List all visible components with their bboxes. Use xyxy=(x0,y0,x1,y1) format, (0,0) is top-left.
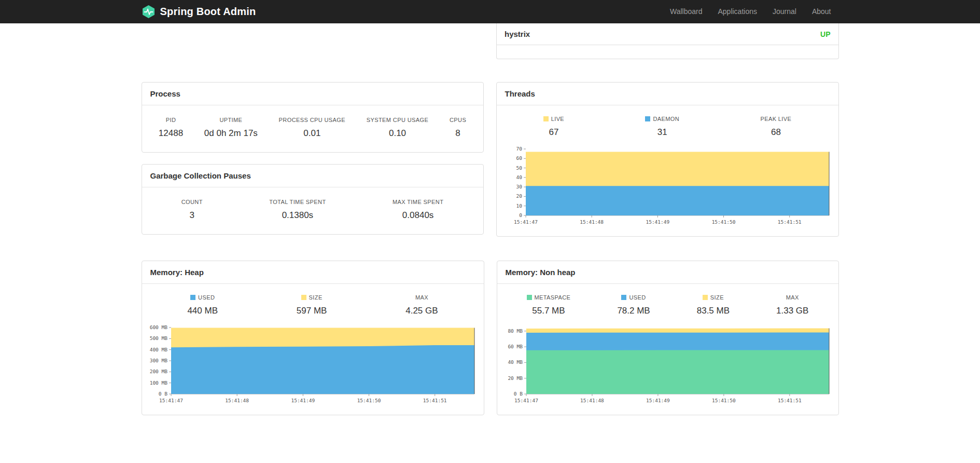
metric-value: 0.1380s xyxy=(269,210,326,221)
memory-heap-legend: USED440 MBSIZE597 MBMAX4.25 GB xyxy=(142,284,484,317)
svg-text:15:41:50: 15:41:50 xyxy=(711,219,735,225)
metric-value: 83.5 MB xyxy=(697,306,730,316)
memory-nonheap-title: Memory: Non heap xyxy=(497,261,838,284)
legend-swatch xyxy=(543,116,549,121)
metric-value: 8 xyxy=(450,128,466,139)
panel-bottom-space xyxy=(497,45,838,59)
row-memory: Memory: Heap USED440 MBSIZE597 MBMAX4.25… xyxy=(142,261,839,415)
threads-chart: 01020304050607015:41:4715:41:4815:41:491… xyxy=(501,147,830,229)
process-panel-title: Process xyxy=(142,83,483,105)
svg-text:200 MB: 200 MB xyxy=(149,369,167,374)
svg-text:15:41:51: 15:41:51 xyxy=(777,398,801,403)
nav-links: WallboardApplicationsJournalAbout xyxy=(662,0,839,23)
process-metric: CPUS8 xyxy=(450,117,466,139)
nav-link-about[interactable]: About xyxy=(804,0,839,23)
svg-text:15:41:51: 15:41:51 xyxy=(423,398,446,403)
metric-value: 67 xyxy=(543,127,564,138)
metric-value: 0.0840s xyxy=(393,210,443,221)
metric-value: 31 xyxy=(645,127,679,138)
metric-label: MAX xyxy=(776,294,808,301)
svg-text:300 MB: 300 MB xyxy=(149,358,167,363)
row-applications: hystrix UP xyxy=(142,23,839,59)
nav-link-wallboard[interactable]: Wallboard xyxy=(662,0,710,23)
legend-metric: PEAK LIVE68 xyxy=(760,116,791,138)
svg-text:40: 40 xyxy=(516,174,522,180)
metric-label: CPUS xyxy=(450,117,466,123)
row-process-threads: Process PID12488UPTIME0d 0h 2m 17sPROCES… xyxy=(142,82,839,237)
main-content: hystrix UP Process PID12488UPTIME0d 0h 2… xyxy=(136,23,844,415)
memory-heap-panel: Memory: Heap USED440 MBSIZE597 MBMAX4.25… xyxy=(142,261,484,415)
metric-value: 0.01 xyxy=(279,128,345,139)
metric-value: 12488 xyxy=(159,128,183,139)
metric-value: 78.2 MB xyxy=(617,306,650,316)
svg-text:15:41:51: 15:41:51 xyxy=(777,219,801,225)
legend-metric: MAX4.25 GB xyxy=(405,294,438,316)
metric-label: SIZE xyxy=(297,294,327,301)
metric-value: 3 xyxy=(181,210,203,221)
svg-text:10: 10 xyxy=(516,203,522,209)
memory-nonheap-legend: METASPACE55.7 MBUSED78.2 MBSIZE83.5 MBMA… xyxy=(497,284,838,317)
metric-label: LIVE xyxy=(543,116,564,122)
metric-label: DAEMON xyxy=(645,116,679,122)
brand-link[interactable]: Spring Boot Admin xyxy=(142,5,256,19)
svg-text:0: 0 xyxy=(519,212,522,218)
svg-text:400 MB: 400 MB xyxy=(149,347,167,352)
metric-label: USED xyxy=(617,294,650,301)
metric-value: 68 xyxy=(760,127,791,138)
threads-panel: Threads LIVE67DAEMON31PEAK LIVE68 010203… xyxy=(496,82,839,237)
metric-label: SIZE xyxy=(697,294,730,301)
metric-label: METASPACE xyxy=(527,294,571,301)
metric-value: 597 MB xyxy=(297,306,327,316)
metric-label: MAX xyxy=(405,294,438,301)
svg-text:500 MB: 500 MB xyxy=(149,335,167,341)
metric-label: SYSTEM CPU USAGE xyxy=(367,117,428,123)
metric-label: PROCESS CPU USAGE xyxy=(279,117,345,123)
svg-text:15:41:48: 15:41:48 xyxy=(580,219,604,225)
svg-text:15:41:50: 15:41:50 xyxy=(711,398,735,403)
brand-title: Spring Boot Admin xyxy=(160,6,256,18)
left-stack: Process PID12488UPTIME0d 0h 2m 17sPROCES… xyxy=(142,82,484,237)
svg-text:600 MB: 600 MB xyxy=(149,325,167,330)
metric-label: USED xyxy=(187,294,218,301)
application-row[interactable]: hystrix UP xyxy=(497,23,838,45)
svg-text:20 MB: 20 MB xyxy=(508,375,523,381)
memory-heap-chart: 0 B100 MB200 MB300 MB400 MB500 MB600 MB1… xyxy=(146,325,475,407)
metric-value: 0d 0h 2m 17s xyxy=(204,128,258,139)
metric-label: UPTIME xyxy=(204,117,258,123)
legend-swatch xyxy=(645,116,650,121)
metric-value: 0.10 xyxy=(367,128,428,139)
process-metric: UPTIME0d 0h 2m 17s xyxy=(204,117,258,139)
memory-nonheap-panel: Memory: Non heap METASPACE55.7 MBUSED78.… xyxy=(497,261,839,415)
svg-text:15:41:49: 15:41:49 xyxy=(291,398,315,403)
metric-label: COUNT xyxy=(181,199,203,205)
svg-text:60 MB: 60 MB xyxy=(508,344,523,349)
nav-link-applications[interactable]: Applications xyxy=(710,0,765,23)
gc-metrics: COUNT3TOTAL TIME SPENT0.1380sMAX TIME SP… xyxy=(142,187,483,234)
gc-metric: TOTAL TIME SPENT0.1380s xyxy=(269,199,326,221)
nav-link-journal[interactable]: Journal xyxy=(765,0,804,23)
svg-text:15:41:49: 15:41:49 xyxy=(646,219,669,225)
legend-metric: METASPACE55.7 MB xyxy=(527,294,571,316)
svg-text:15:41:47: 15:41:47 xyxy=(159,398,183,403)
status-badge: UP xyxy=(820,30,830,38)
svg-text:50: 50 xyxy=(516,165,522,171)
svg-text:15:41:49: 15:41:49 xyxy=(646,398,670,403)
legend-swatch xyxy=(301,295,306,300)
legend-metric: DAEMON31 xyxy=(645,116,679,138)
legend-swatch xyxy=(621,295,626,300)
legend-metric: LIVE67 xyxy=(543,116,564,138)
app-logo-icon xyxy=(142,5,156,19)
gc-metric: COUNT3 xyxy=(181,199,203,221)
metric-label: MAX TIME SPENT xyxy=(393,199,443,205)
navbar: Spring Boot Admin WallboardApplicationsJ… xyxy=(0,0,980,23)
metric-value: 440 MB xyxy=(187,306,218,316)
gc-panel: Garbage Collection Pauses COUNT3TOTAL TI… xyxy=(142,164,484,235)
svg-text:15:41:47: 15:41:47 xyxy=(514,219,538,225)
navbar-inner: Spring Boot Admin WallboardApplicationsJ… xyxy=(136,0,844,23)
process-metric: PID12488 xyxy=(159,117,183,139)
legend-metric: USED78.2 MB xyxy=(617,294,650,316)
legend-metric: USED440 MB xyxy=(187,294,218,316)
application-name[interactable]: hystrix xyxy=(505,30,530,38)
svg-text:0 B: 0 B xyxy=(513,391,522,397)
metric-label: PID xyxy=(159,117,183,123)
